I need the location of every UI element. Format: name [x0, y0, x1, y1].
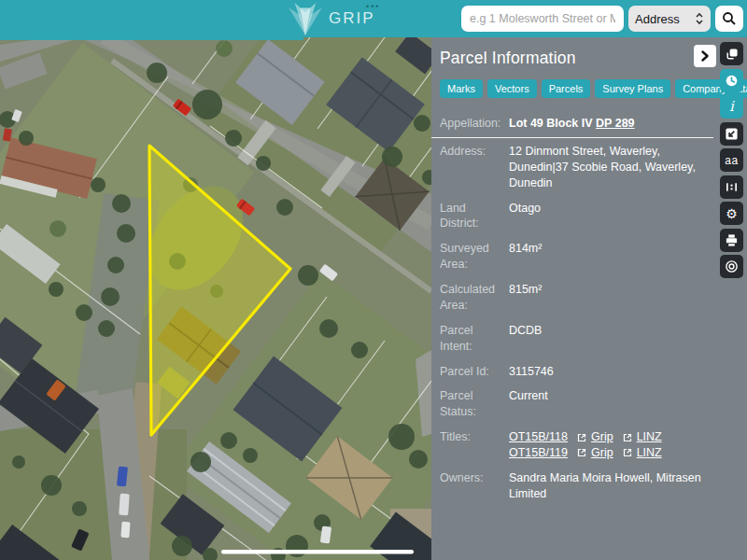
chevron-right-icon — [700, 50, 710, 62]
top-navbar: GRIP ••• Address — [0, 0, 747, 37]
linz-title-link[interactable]: LINZ — [637, 445, 662, 461]
surveyed-area-label: Surveyed Area: — [440, 236, 501, 277]
measure-button[interactable] — [720, 175, 743, 199]
titles-value: OT15B/118 Grip LINZ OT15B/119 Grip LINZ — [509, 425, 713, 466]
calculated-area-label: Calculated Area: — [440, 277, 501, 318]
parcel-intent-label: Parcel Intent: — [440, 318, 501, 359]
title-row: OT15B/118 Grip LINZ — [509, 429, 713, 445]
grip-app: GRIP ••• Address Parcel Information — [0, 0, 747, 560]
layers-button[interactable] — [720, 42, 743, 65]
address-label: Address: — [440, 139, 501, 196]
parcel-info-panel: Parcel Information Marks Vectors Parcels… — [431, 37, 747, 560]
info-button[interactable]: i — [720, 95, 743, 119]
survey-plans-button[interactable]: Survey Plans — [595, 79, 670, 98]
external-link-icon — [577, 433, 586, 442]
locate-target-button[interactable] — [720, 255, 743, 278]
title-row: OT15B/119 Grip LINZ — [509, 445, 713, 461]
calculated-area-value: 815m² — [509, 277, 713, 318]
dp-link[interactable]: DP 289 — [596, 117, 634, 130]
text-size-icon: aa — [725, 154, 738, 167]
external-link-icon — [623, 448, 632, 457]
layers-icon — [725, 47, 740, 62]
search-input[interactable] — [461, 6, 624, 32]
grip-logo-icon — [288, 1, 323, 36]
parcel-fields: Appellation: Lot 49 Block IV DP 289 Addr… — [440, 111, 713, 507]
menu-dots[interactable]: ••• — [366, 2, 380, 11]
titles-label: Titles: — [440, 425, 501, 466]
logo-text: GRIP — [329, 9, 375, 28]
vectors-button[interactable]: Vectors — [487, 79, 537, 98]
owners-label: Owners: — [440, 466, 501, 507]
appellation-value: Lot 49 Block IV DP 289 — [509, 111, 713, 136]
search-type-select[interactable]: Address — [628, 6, 711, 32]
search-icon — [722, 11, 737, 26]
info-icon: i — [729, 100, 734, 114]
parcel-status-value: Current — [509, 384, 713, 425]
marks-button[interactable]: Marks — [440, 79, 483, 98]
history-clock-button[interactable] — [720, 69, 743, 92]
print-button[interactable] — [720, 229, 743, 252]
search-button[interactable] — [715, 6, 743, 32]
grip-title-link[interactable]: Grip — [591, 429, 613, 445]
print-icon — [725, 233, 739, 247]
panel-title: Parcel Information — [440, 49, 713, 68]
parcel-id-value: 3115746 — [509, 359, 713, 385]
appellation-text: Lot 49 Block IV — [509, 117, 596, 130]
resize-box-icon — [725, 127, 739, 141]
title-number-link[interactable]: OT15B/119 — [509, 445, 568, 461]
surveyed-area-value: 814m² — [509, 236, 713, 277]
measure-icon — [725, 180, 739, 194]
land-district-value: Otago — [509, 196, 713, 237]
address-value: 12 Dinmont Street, Waverley, Dunedin|37 … — [509, 139, 713, 196]
title-number-link[interactable]: OT15B/118 — [509, 429, 568, 445]
external-link-icon — [577, 448, 586, 457]
linz-title-link[interactable]: LINZ — [637, 429, 662, 445]
parcel-status-label: Parcel Status: — [440, 384, 501, 425]
divider — [431, 137, 713, 138]
map-scale-bar — [221, 550, 414, 554]
gear-icon: ⚙ — [726, 207, 738, 220]
parcels-button[interactable]: Parcels — [542, 79, 591, 98]
grip-title-link[interactable]: Grip — [591, 445, 613, 461]
collapse-panel-button[interactable] — [694, 45, 716, 67]
settings-button[interactable]: ⚙ — [720, 202, 743, 225]
history-clock-icon — [725, 74, 739, 88]
appellation-label: Appellation: — [440, 111, 501, 136]
resize-box-button[interactable] — [720, 122, 743, 146]
locate-target-icon — [725, 259, 739, 273]
aerial-map[interactable] — [0, 37, 431, 560]
map-tools-toolbar: i aa ⚙ — [720, 42, 743, 278]
parcel-id-label: Parcel Id: — [440, 359, 501, 385]
aerial-imagery — [0, 37, 431, 560]
parcel-intent-value: DCDB — [509, 318, 713, 359]
text-size-button[interactable]: aa — [720, 148, 743, 172]
layer-buttons-row: Marks Vectors Parcels Survey Plans Compa… — [440, 79, 713, 98]
land-district-label: Land District: — [440, 196, 501, 237]
grip-logo[interactable]: GRIP — [288, 1, 375, 36]
search-type-selected: Address — [635, 12, 695, 26]
owners-value: Sandra Maria Moira Howell, Mitrasen Limi… — [509, 466, 713, 507]
select-updown-icon — [695, 12, 704, 25]
external-link-icon — [623, 433, 632, 442]
